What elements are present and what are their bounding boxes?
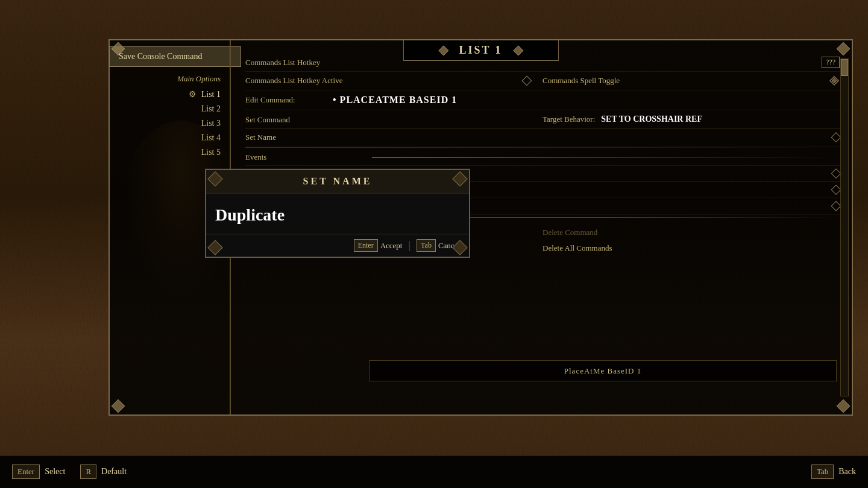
target-behavior-value: SET TO CROSSHAIR REF [601,114,702,124]
sidebar-item-list1-label: List 1 [201,90,221,99]
set-name-modal: SET NAME Duplicate Enter Accept | Tab Ca… [205,169,470,258]
modal-title-bar: SET NAME [206,170,469,193]
r-default-button[interactable]: R Default [80,465,127,479]
sidebar-item-list3[interactable]: List 3 [110,116,230,131]
accept-label: Accept [380,241,403,251]
save-console-button[interactable]: Save Console Command [109,46,241,67]
set-name-label: Set Name [245,133,366,142]
modal-box: SET NAME Duplicate Enter Accept | Tab Ca… [205,169,470,258]
modal-input-area[interactable]: Duplicate [206,193,469,234]
modal-accept-button[interactable]: Enter Accept [354,239,403,252]
separator-events [245,148,840,148]
enter-select-button[interactable]: Enter Select [12,465,65,479]
tab-key: Tab [811,465,834,479]
delete-all-commands-label[interactable]: Delete All Commands [542,243,612,252]
sidebar-item-list4-label: List 4 [201,133,221,143]
scrollbar[interactable] [840,58,849,396]
back-label: Back [838,467,856,477]
load-game-icon [831,169,841,179]
status-bar-text: PlaceAtMe BaseID 1 [564,366,641,376]
delete-command-label: Delete Command [542,228,597,237]
events-line [372,157,840,158]
set-command-label: Set Command [245,115,290,124]
set-name-icon [831,133,841,143]
modal-input-value[interactable]: Duplicate [215,202,460,228]
accept-key: Enter [354,239,378,252]
r-key: R [80,465,96,479]
status-bar: PlaceAtMe BaseID 1 [369,360,837,381]
target-behavior-label: Target Behavior: [542,114,595,124]
enter-key: Enter [12,465,40,479]
sidebar-item-list5[interactable]: List 5 [110,145,230,160]
select-label: Select [45,467,65,477]
default-label: Default [101,467,127,477]
sidebar-item-list2[interactable]: List 2 [110,102,230,116]
edit-command-value: • PLACEATME BASEID 1 [333,95,457,105]
sidebar-item-list1[interactable]: ⚙ List 1 [110,87,230,102]
bottom-bar: Enter Select R Default Tab Back [0,455,868,488]
sidebar-item-list2-label: List 2 [201,104,221,114]
commands-list-hotkey-label: Commands List Hotkey [245,58,366,67]
commands-spell-toggle-label: Commands Spell Toggle [542,76,663,86]
modal-title: SET NAME [303,176,373,186]
commands-list-hotkey-value: ??? [822,57,840,68]
hotkey-active-icon [522,76,532,86]
modal-actions: Enter Accept | Tab Cancel [206,234,469,257]
bottom-left-buttons: Enter Select R Default [12,465,127,479]
cancel-key: Tab [417,239,436,252]
scrollbar-thumb[interactable] [841,59,848,76]
fast-travel-icon [831,201,841,211]
sidebar-item-list5-label: List 5 [201,148,221,157]
spell-toggle-icon [829,75,840,86]
sidebar-item-list3-label: List 3 [201,119,221,128]
sidebar-item-list4[interactable]: List 4 [110,131,230,145]
sidebar-section-title: Main Options [110,67,230,87]
edit-command-label: Edit Command: [245,95,324,105]
events-label: Events [245,152,366,162]
modal-btn-separator: | [408,239,410,252]
location-ch-icon [831,185,841,195]
commands-list-hotkey-active-label: Commands List Hotkey Active [245,76,366,86]
gear-icon: ⚙ [189,89,197,99]
tab-back-button[interactable]: Tab Back [811,465,856,479]
